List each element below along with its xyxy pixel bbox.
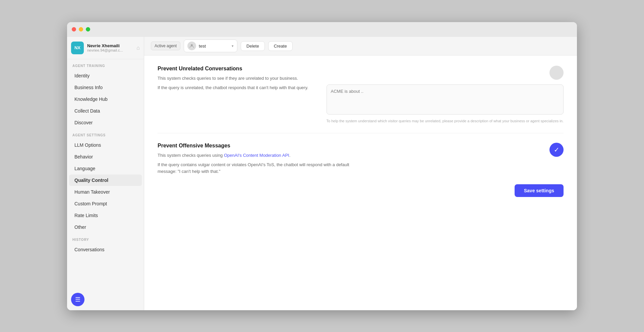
prevent-offensive-section: Prevent Offensive Messages This system c…: [158, 143, 564, 178]
sidebar-item-custom-prompt[interactable]: Custom Prompt: [69, 198, 142, 209]
prevent-unrelated-textarea-wrap: To help the system understand which visi…: [327, 84, 564, 124]
sidebar-item-knowledge-hub[interactable]: Knowledge Hub: [69, 93, 142, 105]
prevent-offensive-row: Prevent Offensive Messages This system c…: [158, 143, 564, 178]
sidebar-item-llm-options[interactable]: LLM Options: [69, 139, 142, 151]
sidebar-item-behavior[interactable]: Behavior: [69, 151, 142, 162]
sidebar-item-quality-control[interactable]: Quality Control: [69, 175, 142, 186]
user-email: nevriee.94@gmail.c...: [87, 48, 133, 52]
agent-training-label: AGENT TRAINING: [67, 59, 144, 70]
chevron-down-icon: ▾: [232, 44, 234, 48]
prevent-unrelated-desc1: This system checks queries to see if the…: [158, 75, 320, 82]
user-section: NX Nevrie Xhemaili nevriee.94@gmail.c...…: [67, 37, 144, 59]
maximize-button[interactable]: [86, 27, 90, 31]
prevent-unrelated-section: Prevent Unrelated Conversations This sys…: [158, 66, 564, 124]
prevent-unrelated-desc2: If the query is unrelated, the chatbot r…: [158, 84, 320, 91]
sidebar: NX Nevrie Xhemaili nevriee.94@gmail.c...…: [67, 37, 144, 310]
user-info: Nevrie Xhemaili nevriee.94@gmail.c...: [87, 43, 133, 52]
app-window: NX Nevrie Xhemaili nevriee.94@gmail.c...…: [67, 22, 577, 310]
avatar: NX: [71, 42, 84, 54]
save-row: Save settings: [158, 184, 564, 197]
sidebar-scroll: AGENT TRAINING Identity Business Info Kn…: [67, 59, 144, 289]
agent-settings-label: AGENT SETTINGS: [67, 129, 144, 139]
prevent-offensive-toggle-wrap: ✓: [549, 143, 564, 157]
create-button[interactable]: Create: [268, 41, 293, 51]
sidebar-bottom: ☰: [67, 289, 144, 310]
sidebar-item-rate-limits[interactable]: Rate Limits: [69, 210, 142, 221]
titlebar: [67, 22, 577, 37]
sidebar-item-identity[interactable]: Identity: [69, 70, 142, 81]
home-button[interactable]: ⌂: [136, 45, 140, 51]
topbar: Active agent test ▾ Delete Create: [144, 37, 577, 56]
prevent-offensive-text: Prevent Offensive Messages This system c…: [158, 143, 352, 178]
agent-name: test: [199, 44, 229, 49]
prevent-unrelated-text: Prevent Unrelated Conversations This sys…: [158, 66, 320, 94]
sidebar-item-collect-data[interactable]: Collect Data: [69, 105, 142, 117]
svg-point-0: [191, 44, 193, 46]
prevent-offensive-title: Prevent Offensive Messages: [158, 143, 352, 149]
content-moderation-link[interactable]: OpenAI's Content Moderation API: [224, 153, 289, 158]
sidebar-item-business-info[interactable]: Business Info: [69, 82, 142, 93]
sidebar-item-human-takeover[interactable]: Human Takeover: [69, 186, 142, 198]
minimize-button[interactable]: [79, 27, 83, 31]
page-content: Prevent Unrelated Conversations This sys…: [144, 56, 577, 310]
user-name: Nevrie Xhemaili: [87, 43, 133, 48]
agent-avatar: [187, 42, 196, 50]
sidebar-item-discover[interactable]: Discover: [69, 117, 142, 128]
active-agent-badge: Active agent: [151, 42, 180, 50]
sidebar-item-conversations[interactable]: Conversations: [69, 244, 142, 255]
prevent-offensive-toggle[interactable]: ✓: [549, 143, 564, 157]
prevent-unrelated-toggle[interactable]: [549, 66, 564, 80]
delete-button[interactable]: Delete: [241, 41, 265, 51]
main-layout: NX Nevrie Xhemaili nevriee.94@gmail.c...…: [67, 37, 577, 310]
prevent-unrelated-row: Prevent Unrelated Conversations This sys…: [158, 66, 564, 124]
prevent-offensive-desc1: This system checks queries using OpenAI'…: [158, 152, 352, 159]
history-label: HISTORY: [67, 233, 144, 244]
section-divider-1: [158, 133, 564, 133]
business-description-input[interactable]: [327, 84, 564, 115]
prevent-offensive-desc2: If the query contains vulgar content or …: [158, 161, 352, 175]
menu-circle-button[interactable]: ☰: [71, 293, 84, 306]
content-area: Active agent test ▾ Delete Create: [144, 37, 577, 310]
close-button[interactable]: [72, 27, 76, 31]
save-settings-button[interactable]: Save settings: [515, 184, 564, 197]
textarea-hint: To help the system understand which visi…: [327, 119, 564, 124]
agent-selector[interactable]: test ▾: [184, 40, 237, 52]
prevent-unrelated-title: Prevent Unrelated Conversations: [158, 66, 320, 72]
sidebar-item-other[interactable]: Other: [69, 221, 142, 233]
sidebar-item-language[interactable]: Language: [69, 163, 142, 174]
